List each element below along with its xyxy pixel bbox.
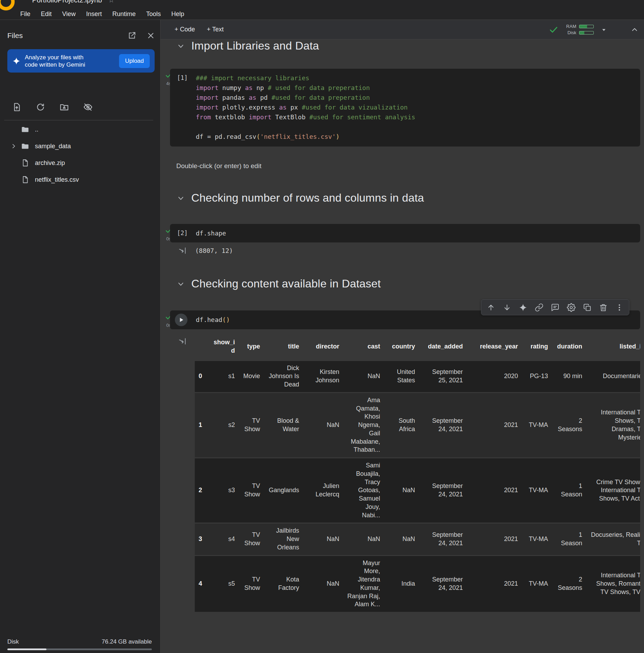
refresh-icon[interactable] xyxy=(36,102,45,112)
dataframe-output: show_idtypetitledirectorcastcountrydate_… xyxy=(195,334,640,653)
toggle-hidden-files-icon[interactable] xyxy=(83,102,93,112)
file-item-sample-data[interactable]: sample_data xyxy=(0,138,160,155)
table-cell: Kota Factory xyxy=(264,555,303,612)
code-line: from textblob import TextBlob #used for … xyxy=(196,112,637,122)
file-item-archive-zip[interactable]: archive.zip xyxy=(0,155,160,171)
code-editor[interactable]: ### import necessary librariesimport num… xyxy=(196,69,640,145)
table-cell: NaN xyxy=(384,523,419,555)
table-cell: 2 Seasons xyxy=(552,392,586,458)
section-content-dataset: Checking content available in Dataset xyxy=(176,277,381,290)
resources-indicator[interactable]: RAM Disk xyxy=(564,24,594,35)
row-index: 4 xyxy=(195,555,209,612)
menu-tools[interactable]: Tools xyxy=(146,10,161,18)
cell-toolbar xyxy=(481,299,629,315)
row-index: 1 xyxy=(195,392,209,458)
colab-app: PortfolioProject2.ipynb☆ FileEditViewIns… xyxy=(0,0,644,653)
move-cell-up-icon[interactable] xyxy=(487,303,495,312)
table-cell: 2020 xyxy=(467,360,522,392)
run-cell-button[interactable] xyxy=(175,314,187,326)
table-cell: 2021 xyxy=(467,523,522,555)
menu-runtime[interactable]: Runtime xyxy=(112,10,136,18)
table-cell: NaN xyxy=(343,360,384,392)
star-icon[interactable]: ☆ xyxy=(108,0,114,4)
disk-usage-bar xyxy=(7,648,152,650)
table-cell: Ganglands xyxy=(264,458,303,523)
code-cell-2[interactable]: [2] df.shape xyxy=(170,224,640,242)
file-name: .. xyxy=(35,126,38,133)
link-icon[interactable] xyxy=(535,303,543,312)
table-cell: NaN xyxy=(303,523,343,555)
dataframe-table: show_idtypetitledirectorcastcountrydate_… xyxy=(195,334,640,612)
table-row: 1s2TV ShowBlood & WaterNaNAma Qamata, Kh… xyxy=(195,392,640,458)
chevron-down-icon[interactable] xyxy=(176,194,185,203)
table-cell: South Africa xyxy=(384,392,419,458)
table-cell: Julien Leclercq xyxy=(303,458,343,523)
markdown-edit-hint[interactable]: Double-click (or enter) to edit xyxy=(176,162,261,170)
gemini-icon[interactable] xyxy=(519,303,527,312)
code-cell-1[interactable]: [1] ### import necessary librariesimport… xyxy=(170,69,640,147)
column-header-listed_in: listed_in xyxy=(586,334,640,360)
chevron-right-icon[interactable] xyxy=(10,142,17,150)
add-code-button[interactable]: + Code xyxy=(175,26,195,33)
table-cell: NaN xyxy=(303,392,343,458)
table-cell: TV Show xyxy=(239,523,264,555)
column-header-cast: cast xyxy=(343,334,384,360)
execution-count: [2] xyxy=(177,228,188,238)
comment-icon[interactable] xyxy=(551,303,560,312)
table-row: 3s4TV ShowJailbirds New OrleansNaNNaNNaN… xyxy=(195,523,640,555)
upload-file-icon[interactable] xyxy=(12,102,22,112)
add-text-button[interactable]: + Text xyxy=(207,26,224,33)
table-row: 4s5TV ShowKota FactoryNaNMayur More, Jit… xyxy=(195,555,640,612)
row-index: 2 xyxy=(195,458,209,523)
chevron-down-icon[interactable] xyxy=(176,42,185,51)
folder-icon xyxy=(21,142,29,150)
section-rows-columns: Checking number of rows and columns in d… xyxy=(176,192,424,204)
table-cell: Movie xyxy=(239,360,264,392)
menu-edit[interactable]: Edit xyxy=(41,10,52,18)
collapse-icon[interactable] xyxy=(630,25,639,34)
more-icon[interactable] xyxy=(615,303,624,312)
files-title: Files xyxy=(7,31,23,40)
disk-usage-mini-bar xyxy=(579,31,594,35)
file-item--[interactable]: .. xyxy=(0,121,160,138)
column-header-type: type xyxy=(239,334,264,360)
table-cell: NaN xyxy=(303,555,343,612)
code-editor[interactable]: df.shape xyxy=(196,224,640,242)
table-cell: s5 xyxy=(209,555,239,612)
notebook-titlebar: PortfolioProject2.ipynb☆ xyxy=(32,0,114,4)
table-cell: Ama Qamata, Khosi Ngema, Gail Mabalane, … xyxy=(343,392,384,458)
ram-label: RAM xyxy=(564,24,576,29)
code-line: df.shape xyxy=(196,228,637,238)
copy-cell-icon[interactable] xyxy=(583,303,592,312)
upload-button[interactable]: Upload xyxy=(119,54,150,68)
open-in-new-tab-icon[interactable] xyxy=(127,31,136,40)
file-name: netflix_titles.csv xyxy=(35,176,79,183)
resources-caret-icon[interactable] xyxy=(600,26,608,33)
table-cell: Documentaries xyxy=(586,360,640,392)
table-row: 2s3TV ShowGanglandsJulien LeclercqSami B… xyxy=(195,458,640,523)
menu-file[interactable]: File xyxy=(20,10,30,18)
chevron-down-icon[interactable] xyxy=(176,279,185,288)
menu-insert[interactable]: Insert xyxy=(86,10,102,18)
table-cell: International TV Shows, Romantic TV Show… xyxy=(586,555,640,612)
close-panel-icon[interactable] xyxy=(146,31,155,40)
topbar: PortfolioProject2.ipynb☆ FileEditViewIns… xyxy=(0,0,644,20)
menu-help[interactable]: Help xyxy=(171,10,184,18)
move-cell-down-icon[interactable] xyxy=(503,303,511,312)
table-cell: Docuseries, Reality TV xyxy=(586,523,640,555)
disk-available: 76.24 GB available xyxy=(102,638,152,645)
table-cell: Blood & Water xyxy=(264,392,303,458)
code-line xyxy=(196,122,637,132)
files-actions xyxy=(12,102,93,112)
menu-view[interactable]: View xyxy=(62,10,76,18)
table-cell: 1 Season xyxy=(552,523,586,555)
mount-drive-icon[interactable] xyxy=(59,102,69,112)
table-cell: TV-MA xyxy=(522,458,552,523)
table-cell: TV-MA xyxy=(522,392,552,458)
settings-icon[interactable] xyxy=(567,303,576,312)
file-item-netflix-titles-csv[interactable]: netflix_titles.csv xyxy=(0,171,160,188)
disk-bar-label: Disk xyxy=(564,30,576,35)
delete-icon[interactable] xyxy=(599,303,608,312)
index-header xyxy=(195,334,209,360)
notebook-title[interactable]: PortfolioProject2.ipynb xyxy=(32,0,102,4)
